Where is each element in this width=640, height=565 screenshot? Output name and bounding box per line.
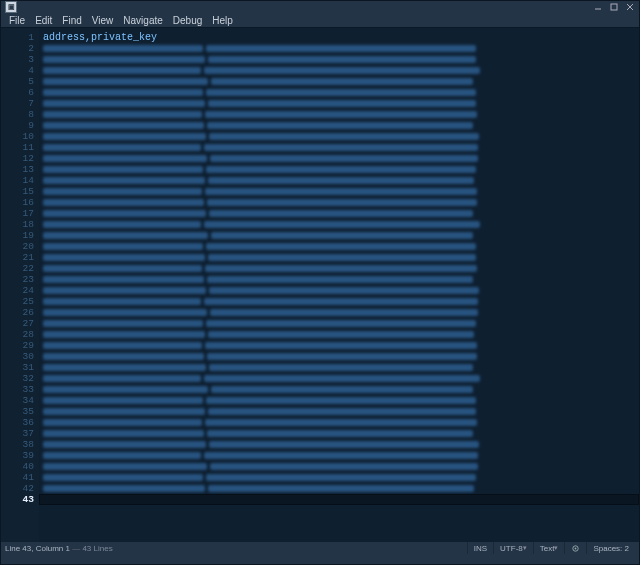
code-line[interactable] — [39, 307, 639, 318]
menu-item-debug[interactable]: Debug — [168, 13, 207, 27]
code-line[interactable] — [39, 252, 639, 263]
menu-item-find[interactable]: Find — [57, 13, 86, 27]
status-position: Line 43, Column 1 — 43 Lines — [5, 544, 113, 553]
line-number: 37 — [23, 428, 34, 439]
redacted-content — [43, 384, 473, 395]
status-spaces[interactable]: Spaces: 2 — [586, 542, 635, 554]
redacted-content — [43, 230, 473, 241]
code-line[interactable] — [39, 296, 639, 307]
redacted-content — [43, 461, 478, 472]
status-settings[interactable] — [564, 542, 586, 554]
line-number: 39 — [23, 450, 34, 461]
code-line[interactable] — [39, 208, 639, 219]
code-line[interactable] — [39, 285, 639, 296]
code-line[interactable] — [39, 439, 639, 450]
status-ins[interactable]: INS — [467, 542, 493, 554]
line-number: 5 — [28, 76, 34, 87]
redacted-content — [43, 197, 477, 208]
code-line[interactable] — [39, 351, 639, 362]
code-line[interactable] — [39, 450, 639, 461]
line-number: 20 — [23, 241, 34, 252]
redacted-content — [43, 219, 480, 230]
gear-icon — [571, 544, 580, 553]
line-number: 11 — [23, 142, 34, 153]
code-line[interactable] — [39, 373, 639, 384]
menu-item-view[interactable]: View — [87, 13, 119, 27]
line-number: 38 — [23, 439, 34, 450]
redacted-content — [43, 362, 473, 373]
code-line[interactable] — [39, 417, 639, 428]
code-line[interactable] — [39, 483, 639, 494]
status-encoding[interactable]: UTF-8 — [493, 542, 533, 554]
status-syntax[interactable]: Text — [533, 542, 565, 554]
close-button[interactable] — [623, 2, 637, 12]
code-line[interactable] — [39, 142, 639, 153]
code-line[interactable] — [39, 175, 639, 186]
redacted-content — [43, 483, 474, 494]
redacted-content — [43, 296, 478, 307]
line-number: 15 — [23, 186, 34, 197]
redacted-content — [43, 428, 473, 439]
code-line[interactable] — [39, 263, 639, 274]
code-line[interactable] — [39, 65, 639, 76]
code-line[interactable] — [39, 43, 639, 54]
code-line[interactable] — [39, 241, 639, 252]
line-number: 26 — [23, 307, 34, 318]
code-line[interactable] — [39, 428, 639, 439]
line-number: 9 — [28, 120, 34, 131]
redacted-content — [43, 120, 473, 131]
code-line[interactable] — [39, 329, 639, 340]
menu-item-edit[interactable]: Edit — [30, 13, 57, 27]
code-line[interactable] — [39, 54, 639, 65]
redacted-content — [43, 373, 480, 384]
code-line[interactable] — [39, 219, 639, 230]
code-line[interactable] — [39, 120, 639, 131]
code-line[interactable] — [39, 384, 639, 395]
code-line[interactable] — [39, 109, 639, 120]
svg-point-5 — [575, 547, 577, 549]
editor-area: 1234567891011121314151617181920212223242… — [1, 27, 639, 542]
redacted-content — [43, 439, 479, 450]
code-line[interactable] — [39, 461, 639, 472]
code-line[interactable] — [39, 395, 639, 406]
line-number: 34 — [23, 395, 34, 406]
code-line[interactable] — [39, 318, 639, 329]
menu-item-file[interactable]: File — [4, 13, 30, 27]
line-number: 19 — [23, 230, 34, 241]
code-line[interactable] — [39, 197, 639, 208]
menu-item-navigate[interactable]: Navigate — [118, 13, 167, 27]
code-line[interactable] — [39, 87, 639, 98]
minimize-button[interactable] — [591, 2, 605, 12]
redacted-content — [43, 252, 476, 263]
code-line-current[interactable] — [39, 494, 639, 505]
code-line-header[interactable]: address,private_key — [39, 32, 639, 43]
redacted-content — [43, 340, 477, 351]
line-number: 30 — [23, 351, 34, 362]
status-separator: — — [72, 544, 82, 553]
line-number: 13 — [23, 164, 34, 175]
code-line[interactable] — [39, 153, 639, 164]
line-number: 21 — [23, 252, 34, 263]
redacted-content — [43, 65, 480, 76]
redacted-content — [43, 318, 476, 329]
menu-item-help[interactable]: Help — [207, 13, 238, 27]
maximize-button[interactable] — [607, 2, 621, 12]
code-line[interactable] — [39, 340, 639, 351]
line-number: 28 — [23, 329, 34, 340]
code-line[interactable] — [39, 186, 639, 197]
code-line[interactable] — [39, 164, 639, 175]
code-line[interactable] — [39, 406, 639, 417]
code-line[interactable] — [39, 362, 639, 373]
redacted-content — [43, 263, 477, 274]
line-number: 25 — [23, 296, 34, 307]
redacted-content — [43, 153, 478, 164]
code-line[interactable] — [39, 98, 639, 109]
redacted-content — [43, 109, 477, 120]
code-line[interactable] — [39, 274, 639, 285]
line-number: 2 — [28, 43, 34, 54]
code-line[interactable] — [39, 230, 639, 241]
code-area[interactable]: address,private_key — [39, 28, 639, 542]
code-line[interactable] — [39, 76, 639, 87]
code-line[interactable] — [39, 131, 639, 142]
code-line[interactable] — [39, 472, 639, 483]
